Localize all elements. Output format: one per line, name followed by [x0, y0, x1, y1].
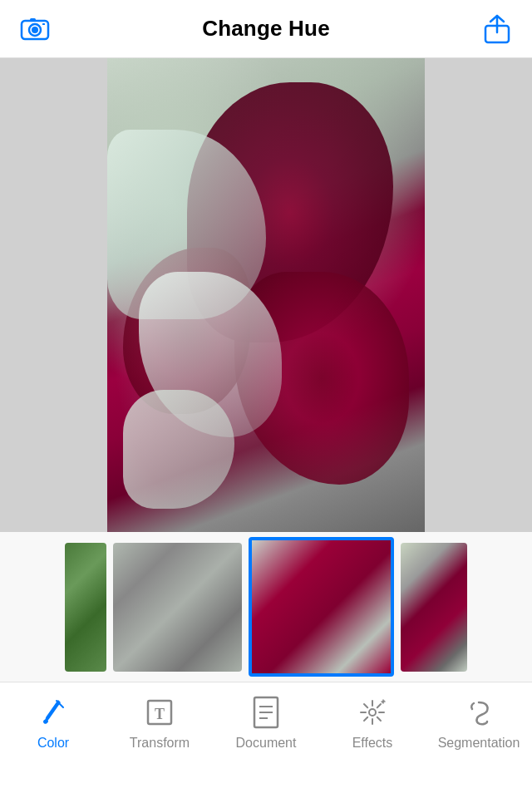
page-title: Change Hue: [202, 16, 330, 42]
color-nav-label: Color: [37, 736, 69, 751]
svg-line-18: [377, 717, 381, 721]
camera-icon: [20, 14, 50, 44]
thumbnail-image: [401, 543, 467, 672]
svg-line-20: [364, 717, 367, 721]
segmentation-nav-icon: [461, 694, 497, 731]
thumbnail-image: [252, 540, 391, 673]
thumbnail-item[interactable]: [65, 543, 106, 672]
svg-rect-4: [42, 23, 45, 25]
transform-icon: T: [143, 696, 176, 729]
effects-nav-icon: [354, 694, 391, 731]
document-nav-icon: [248, 694, 284, 731]
thumb-preview: [65, 543, 106, 672]
segmentation-icon: [462, 696, 495, 729]
color-nav-icon: [35, 694, 71, 731]
svg-line-19: [377, 704, 381, 707]
nav-item-document[interactable]: Document: [213, 694, 319, 751]
thumbnail-item[interactable]: [113, 543, 242, 672]
nav-item-segmentation[interactable]: Segmentation: [426, 694, 532, 751]
thumb-preview: [113, 543, 242, 672]
nav-item-transform[interactable]: T Transform: [106, 694, 213, 751]
svg-text:T: T: [155, 706, 165, 722]
nav-item-effects[interactable]: Effects: [319, 694, 426, 751]
bottom-nav: Color T Transform Document: [0, 682, 532, 798]
thumbnail-image: [65, 543, 106, 672]
thumbnail-image: [113, 543, 242, 672]
segmentation-nav-label: Segmentation: [438, 736, 520, 751]
main-image-area: [0, 58, 532, 532]
main-image: [107, 58, 425, 532]
transform-nav-label: Transform: [130, 736, 190, 751]
svg-point-2: [32, 27, 38, 33]
svg-rect-3: [30, 18, 36, 22]
effects-nav-label: Effects: [352, 736, 393, 751]
header: Change Hue: [0, 0, 532, 58]
transform-nav-icon: T: [141, 694, 178, 731]
effects-icon: [356, 696, 389, 729]
thumb-preview: [401, 543, 467, 672]
svg-line-17: [364, 704, 367, 707]
thumbnail-strip: [0, 532, 532, 682]
thumb-list: [57, 537, 475, 677]
nav-item-color[interactable]: Color: [0, 694, 106, 751]
document-icon: [250, 695, 282, 730]
svg-point-21: [369, 709, 376, 716]
share-button[interactable]: [479, 11, 515, 47]
camera-button[interactable]: [17, 11, 53, 47]
document-nav-label: Document: [236, 736, 297, 751]
brush-icon: [37, 696, 70, 729]
share-icon: [484, 14, 510, 44]
thumbnail-item[interactable]: [401, 543, 467, 672]
thumb-preview: [252, 540, 391, 673]
thumbnail-item-selected[interactable]: [249, 537, 394, 677]
